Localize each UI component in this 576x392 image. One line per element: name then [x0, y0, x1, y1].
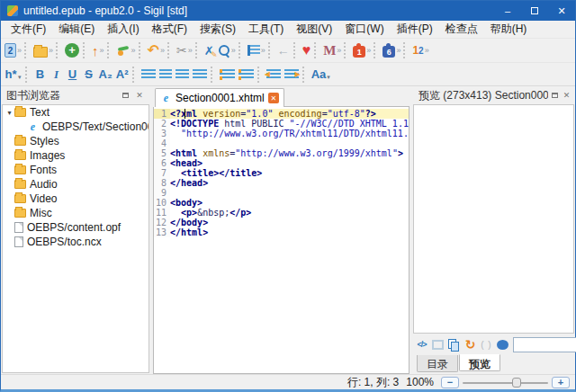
zoom-out-button[interactable]: − [441, 377, 459, 388]
find-replace-button[interactable]: » [216, 43, 237, 58]
menu-item-8[interactable]: 插件(P) [391, 20, 439, 39]
refresh-icon[interactable]: ↻ [464, 337, 476, 352]
heading-button[interactable]: h*▾ [3, 67, 23, 82]
donate-button[interactable]: ♥ [301, 41, 313, 59]
inspect-icon[interactable] [432, 340, 444, 350]
toolbar-separator [107, 42, 111, 58]
strikethrough-button[interactable]: S [81, 67, 97, 82]
add-existing-file-button[interactable]: + [63, 42, 81, 58]
float-panel-button[interactable] [119, 89, 131, 102]
metadata-editor-button[interactable]: M» [321, 42, 342, 59]
save-as-button[interactable]: » [114, 43, 137, 58]
toolbar-separator [314, 42, 318, 58]
menu-item-7[interactable]: 窗口(W) [338, 20, 390, 39]
align-left-button[interactable] [140, 68, 158, 81]
format-marks-icon [248, 45, 260, 56]
code-line-8[interactable]: 8</head> [154, 178, 409, 188]
copy-icon[interactable] [448, 339, 460, 350]
zoom-slider-handle[interactable] [512, 378, 521, 388]
underline-button[interactable]: U [65, 67, 81, 82]
tree-item-fonts[interactable]: Fonts [3, 163, 148, 177]
tree-item-label: OEBPS/content.opf [27, 221, 121, 234]
brackets-icon[interactable]: ( ) [481, 340, 492, 350]
indent-button[interactable] [283, 68, 301, 81]
align-center-button[interactable] [158, 68, 174, 81]
superscript-button[interactable]: A² [114, 67, 130, 82]
tree-item-misc[interactable]: Misc [3, 206, 148, 220]
menu-item-0[interactable]: 文件(F) [4, 20, 52, 39]
menu-item-3[interactable]: 格式(F) [146, 20, 194, 39]
italic-button[interactable]: I [49, 67, 65, 83]
code-editor[interactable]: 1<?xml version="1.0" encoding="utf-8"?>2… [153, 107, 410, 374]
delete-button[interactable]: ✗ [202, 43, 216, 58]
tab-close-icon[interactable]: ✕ [268, 93, 279, 103]
menu-item-5[interactable]: 工具(T) [242, 20, 290, 39]
align-justify-button[interactable] [191, 68, 209, 81]
tree-item-oebps-toc-ncx[interactable]: OEBPS/toc.ncx [3, 235, 148, 249]
code-line-3[interactable]: 3 "http://www.w3.org/TR/xhtml11/DTD/xhtm… [154, 129, 409, 138]
code-line-4[interactable]: 4 [154, 138, 409, 148]
menu-item-1[interactable]: 编辑(E) [52, 20, 101, 39]
preview-tab-active[interactable]: 预览 [459, 354, 500, 371]
navigate-icon[interactable] [497, 340, 508, 350]
code-line-9[interactable]: 9 [154, 188, 409, 198]
subscript-button[interactable]: A₂ [97, 67, 114, 82]
tab-section0001[interactable]: e Section0001.xhtml ✕ [155, 88, 284, 107]
code-line-6[interactable]: 6<head> [154, 158, 409, 168]
code-line-10[interactable]: 10<body> [154, 198, 409, 208]
code-line-11[interactable]: 11 <p>&nbsp;</p> [154, 208, 409, 218]
close-panel-button[interactable]: ✕ [133, 89, 146, 102]
dropdown-caret-icon: ▾ [18, 74, 22, 81]
tree-item-styles[interactable]: Styles [3, 134, 148, 148]
tree-item-images[interactable]: Images [3, 148, 148, 163]
close-preview-button[interactable]: ✕ [562, 89, 572, 102]
format-marks-button[interactable]: » [246, 44, 266, 57]
close-button[interactable]: ✕ [548, 1, 575, 21]
plugin-2-button[interactable]: 6» [381, 42, 401, 58]
minimize-button[interactable]: – [494, 1, 521, 21]
align-right-button[interactable] [174, 68, 191, 81]
maximize-button[interactable] [521, 1, 548, 21]
toolbar-separator [302, 67, 306, 83]
undo-button[interactable]: ↶» [146, 43, 166, 58]
code-line-13[interactable]: 13</html> [154, 227, 409, 237]
code-line-2[interactable]: 2<!DOCTYPE html PUBLIC "-//W3C//DTD XHTM… [154, 119, 409, 129]
outdent-button[interactable] [265, 68, 283, 81]
plugin-1-button[interactable]: 1» [351, 42, 372, 58]
menu-item-9[interactable]: 检查点 [439, 20, 484, 39]
open-button[interactable]: » [32, 43, 54, 58]
index-editor-button[interactable]: 1» [410, 43, 429, 58]
back-button[interactable]: ← [275, 42, 292, 58]
float-preview-button[interactable] [550, 89, 560, 102]
cut-button[interactable]: ✂» [175, 42, 194, 58]
preview-viewport[interactable] [413, 104, 574, 334]
code-line-5[interactable]: 5<html xmlns="http://www.w3.org/1999/xht… [154, 148, 409, 158]
new-epub-button[interactable]: 2» [3, 42, 22, 58]
tree-item-audio[interactable]: Audio [3, 177, 148, 192]
line-number: 11 [154, 208, 170, 218]
numbered-list-button[interactable] [237, 68, 256, 81]
zoom-in-button[interactable]: + [552, 377, 570, 388]
code-line-12[interactable]: 12</body> [154, 218, 409, 227]
code-line-7[interactable]: 7 <title></title> [154, 168, 409, 178]
tree-item-oebps-text-section0001-xhtml[interactable]: eOEBPS/Text/Section0001.xhtml [3, 120, 148, 134]
menu-item-6[interactable]: 视图(V) [290, 20, 338, 39]
preview-tab-inactive[interactable]: 目录 [417, 355, 458, 372]
bold-button[interactable]: B [32, 67, 49, 82]
change-case-button[interactable]: Aa▾ [310, 67, 332, 82]
save-button[interactable]: ↑» [90, 42, 105, 59]
tree-item-oebps-content-opf[interactable]: OEBPS/content.opf [3, 220, 148, 235]
float-icon [122, 93, 129, 98]
preview-address-input[interactable] [513, 337, 576, 352]
bullet-list-button[interactable] [218, 68, 237, 81]
zoom-control: − + [441, 377, 570, 388]
tree-item-text[interactable]: ▾Text [3, 105, 148, 120]
tree-item-video[interactable]: Video [3, 192, 148, 206]
code-line-1[interactable]: 1<?xml version="1.0" encoding="utf-8"?> [154, 109, 409, 119]
code-view-icon[interactable]: </> [416, 340, 428, 349]
expander-icon[interactable]: ▾ [4, 109, 14, 117]
menu-item-10[interactable]: 帮助(H) [484, 20, 534, 39]
menu-item-2[interactable]: 插入(I) [101, 20, 145, 39]
menu-item-4[interactable]: 搜索(S) [194, 20, 242, 39]
zoom-slider[interactable] [463, 377, 548, 388]
